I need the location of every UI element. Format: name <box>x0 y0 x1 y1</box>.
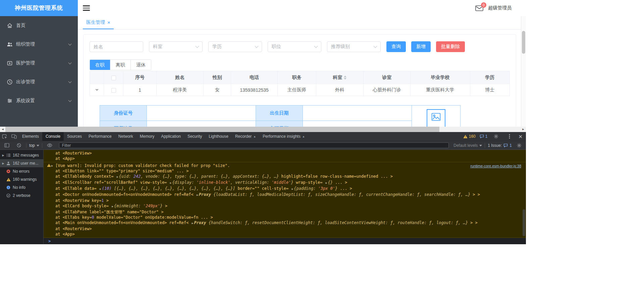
warning-icon <box>47 164 51 167</box>
log-levels-dropdown[interactable]: Default levels <box>453 143 482 148</box>
horizontal-scrollbar-thumb[interactable] <box>5 127 439 132</box>
verbose-icon <box>6 194 11 198</box>
filter-select-dept[interactable]: 科室 <box>149 41 203 52</box>
console-line: at <ElTable data= ▶(10) [{…}, {…}, {…}, … <box>44 186 526 192</box>
console-filter-162-user-me-[interactable]: ▶162 user me... <box>0 159 43 167</box>
devtools-tab-lighthouse[interactable]: Lighthouse <box>205 132 232 141</box>
devtools-tab-recorder[interactable]: Recorder▲ <box>232 132 259 141</box>
console-filter-no-errors[interactable]: No errors <box>0 167 43 175</box>
sidebar-item-visit[interactable]: 出诊管理 <box>0 73 78 91</box>
photo-cell <box>412 105 461 127</box>
column-header: 性别 <box>204 71 231 84</box>
inspect-element-icon[interactable] <box>0 132 9 141</box>
devtools-settings-gear-icon[interactable] <box>491 134 501 139</box>
console-settings-gear-icon[interactable] <box>515 143 524 148</box>
devtools-tab-security[interactable]: Security <box>184 132 205 141</box>
chevron-down-icon <box>68 61 72 65</box>
column-label: 学历 <box>485 75 494 80</box>
add-button[interactable]: 新增 <box>411 41 431 52</box>
devtools-tab-elements[interactable]: Elements <box>19 132 42 141</box>
devtools-tab-console[interactable]: Console <box>42 132 64 141</box>
issues-counter[interactable]: 1 Issue: 1 <box>488 143 512 148</box>
filter-select-level[interactable]: 推荐级别 <box>327 41 381 52</box>
devtools-tab-label: Lighthouse <box>209 134 228 139</box>
tab-doctor-management[interactable]: 医生管理 × <box>83 16 114 29</box>
messages-counter[interactable]: 1 <box>480 134 488 139</box>
status-tab-resigned[interactable]: 离职 <box>110 60 131 70</box>
select-placeholder: 推荐级别 <box>331 44 350 50</box>
issues-bubble-icon <box>503 143 508 147</box>
sidebar-item-settings[interactable]: 系统设置 <box>0 91 78 110</box>
scroll-right-arrow-icon[interactable]: ▶ <box>521 127 526 132</box>
console-filter-162-messages[interactable]: ▶162 messages <box>0 151 43 159</box>
console-filter-160-warnings[interactable]: 160 warnings <box>0 175 43 183</box>
devtools-tab-performance[interactable]: Performance <box>85 132 115 141</box>
photo-placeholder[interactable] <box>427 109 445 127</box>
console-filter-input[interactable] <box>59 142 449 148</box>
devtools-tab-memory[interactable]: Memory <box>137 132 158 141</box>
row-checkbox[interactable] <box>111 88 116 93</box>
expand-caret-icon[interactable]: ▶ <box>2 162 5 165</box>
device-toolbar-icon[interactable] <box>9 132 19 141</box>
source-link[interactable]: runtime-core.esm-bundler.js:38 <box>468 163 521 168</box>
expand-caret-icon[interactable]: ▶ <box>51 163 53 168</box>
clear-console-icon[interactable] <box>14 143 23 147</box>
detail-label: 医师编号 <box>100 121 147 127</box>
devtools-tab-application[interactable]: Application <box>158 132 184 141</box>
preview-feature-icon: ▲ <box>253 135 256 138</box>
console-line: at <RouterView key=1 > <box>44 198 526 203</box>
devtools-tab-label: Security <box>187 134 202 139</box>
console-filter-2-verbose[interactable]: 2 verbose <box>0 191 43 200</box>
devtools-tab-performance-insights[interactable]: Performance insights▲ <box>259 132 308 141</box>
sort-icon[interactable] <box>344 76 346 80</box>
devtools-tab-network[interactable]: Network <box>115 132 137 141</box>
status-tab-on-duty[interactable]: 在职 <box>90 60 110 70</box>
live-expression-eye-icon[interactable] <box>45 143 54 147</box>
user-icon <box>6 161 11 165</box>
search-button[interactable]: 查询 <box>386 41 406 52</box>
scroll-left-arrow-icon[interactable]: ◀ <box>0 127 5 132</box>
console-prompt[interactable]: > <box>44 238 526 244</box>
warnings-counter[interactable]: 160 <box>463 134 476 139</box>
menu-toggle-icon[interactable] <box>83 5 90 11</box>
table-cell: 女 <box>204 84 231 96</box>
vertical-scrollbar[interactable] <box>521 16 526 127</box>
column-label: 科室 <box>333 75 342 80</box>
name-filter-input[interactable] <box>90 41 143 52</box>
filter-select-education[interactable]: 学历 <box>208 41 262 52</box>
column-header: 姓名 <box>156 71 203 84</box>
expand-row-icon[interactable] <box>95 88 99 92</box>
console-scrollbar-thumb[interactable] <box>523 209 525 236</box>
console-entry: at <RouterView>at <App> <box>44 150 526 162</box>
sidebar-item-home[interactable]: 首页 <box>0 16 78 35</box>
horizontal-scrollbar[interactable]: ◀ ▶ <box>0 127 526 132</box>
console-toolbar: top Default levels 1 Issue: 1 <box>0 141 526 150</box>
devtools-tab-sources[interactable]: Sources <box>64 132 85 141</box>
sidebar-item-medical[interactable]: 医护管理 <box>0 54 78 73</box>
current-user[interactable]: 超级管理员 <box>488 5 512 11</box>
devtools-tab-label: Recorder <box>235 134 252 139</box>
status-tab-retired[interactable]: 退休 <box>131 60 151 70</box>
column-label: 序号 <box>135 75 145 80</box>
mail-icon[interactable]: 0 <box>475 5 483 11</box>
console-line: ▶[Vue warn]: Invalid prop: custom valida… <box>44 163 526 168</box>
select-all-checkbox[interactable] <box>111 76 116 80</box>
console-line: at <ElCard body-style= ▶{minHeight: '249… <box>44 203 526 209</box>
devtools-tab-label: Performance insights <box>263 134 301 139</box>
tab-close-icon[interactable]: × <box>107 20 110 25</box>
filter-select-position[interactable]: 职位 <box>268 41 321 52</box>
console-line: at <RouterView> <box>44 151 526 156</box>
devtools-more-options-icon[interactable] <box>505 134 514 139</box>
column-header: 序号 <box>123 71 156 84</box>
console-filter-no-info[interactable]: No info <box>0 183 43 191</box>
select-all-header <box>104 71 123 84</box>
devtools-tabbar: ElementsConsoleSourcesPerformanceNetwork… <box>0 132 526 141</box>
console-sidebar-toggle-icon[interactable] <box>2 143 11 147</box>
devtools-close-icon[interactable]: ✕ <box>518 134 523 139</box>
javascript-context-selector[interactable]: top <box>29 143 39 148</box>
sidebar-item-org[interactable]: 组织管理 <box>0 35 78 54</box>
devtools-tab-label: Console <box>46 134 60 139</box>
batch-delete-button[interactable]: 批量删除 <box>436 41 465 52</box>
expand-caret-icon[interactable]: ▶ <box>2 154 5 157</box>
vertical-scrollbar-thumb[interactable] <box>522 31 525 54</box>
